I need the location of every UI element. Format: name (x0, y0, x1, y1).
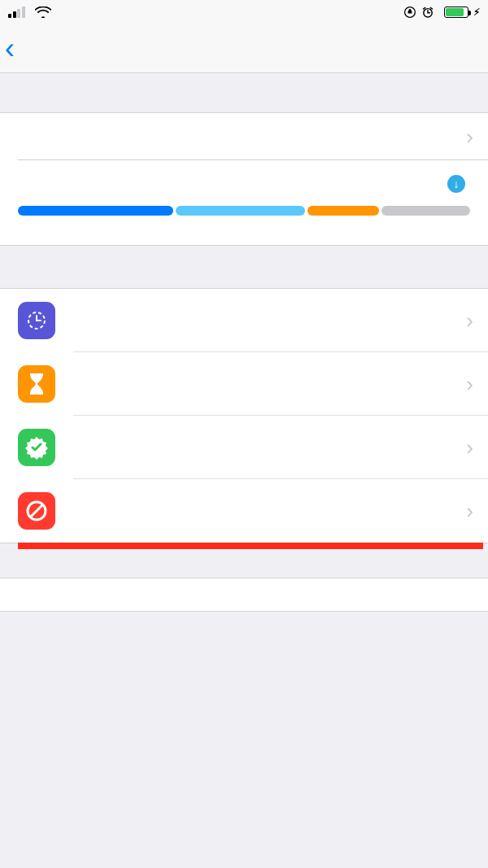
nav-bar: ‹ (0, 24, 488, 73)
downtime-row[interactable]: › (0, 289, 488, 352)
checkmark-seal-icon (18, 429, 55, 466)
chevron-left-icon: ‹ (5, 34, 15, 63)
wifi-icon (35, 7, 51, 18)
app-limits-row[interactable]: › (0, 352, 488, 416)
downtime-icon (18, 302, 55, 339)
chevron-right-icon: › (466, 124, 473, 150)
category-entertainment (18, 227, 165, 229)
battery-icon (444, 7, 468, 18)
screen-time-settings-group: › › › › (0, 288, 488, 543)
chevron-right-icon: › (466, 435, 473, 460)
down-arrow-icon: ↓ (447, 175, 465, 193)
use-passcode-button[interactable] (0, 578, 488, 612)
status-bar: ⚡︎ (0, 0, 488, 24)
category-bar-chart (18, 206, 470, 216)
content-privacy-row[interactable]: › (0, 479, 488, 543)
nosign-icon (18, 492, 55, 530)
back-button[interactable]: ‹ (5, 24, 15, 72)
chevron-right-icon: › (466, 308, 473, 334)
category-breakdown (18, 227, 470, 229)
category-creativity (165, 227, 317, 229)
usage-summary[interactable]: ↓ (0, 160, 488, 245)
always-allowed-row[interactable]: › (0, 416, 488, 479)
signal-icon (8, 7, 25, 18)
screen-time-section-header (0, 73, 488, 112)
chevron-right-icon: › (466, 372, 473, 397)
category-productivity (318, 227, 470, 229)
orientation-lock-icon (403, 6, 416, 19)
chevron-right-icon: › (466, 499, 473, 524)
hourglass-icon (18, 365, 55, 403)
below-average-indicator: ↓ (447, 175, 470, 193)
device-row[interactable]: › (0, 113, 488, 160)
alarm-icon (421, 6, 434, 19)
svg-line-4 (30, 504, 43, 517)
charging-icon: ⚡︎ (473, 7, 480, 18)
screen-time-summary-group: › ↓ (0, 112, 488, 246)
passcode-footer-text (0, 612, 488, 635)
